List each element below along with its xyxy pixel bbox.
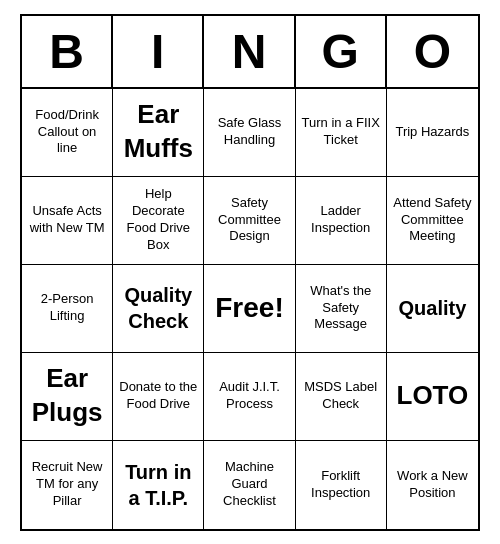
bingo-cell-7[interactable]: Safety Committee Design xyxy=(204,177,295,265)
bingo-cell-6[interactable]: Help Decorate Food Drive Box xyxy=(113,177,204,265)
bingo-cell-20[interactable]: Recruit New TM for any Pillar xyxy=(22,441,113,529)
bingo-grid: Food/Drink Callout on lineEar MuffsSafe … xyxy=(22,89,478,529)
bingo-header: BINGO xyxy=(22,16,478,89)
bingo-letter-b: B xyxy=(22,16,113,87)
bingo-cell-8[interactable]: Ladder Inspection xyxy=(296,177,387,265)
bingo-cell-3[interactable]: Turn in a FIIX Ticket xyxy=(296,89,387,177)
bingo-letter-g: G xyxy=(296,16,387,87)
bingo-letter-o: O xyxy=(387,16,478,87)
bingo-cell-22[interactable]: Machine Guard Checklist xyxy=(204,441,295,529)
bingo-cell-14[interactable]: Quality xyxy=(387,265,478,353)
bingo-cell-16[interactable]: Donate to the Food Drive xyxy=(113,353,204,441)
bingo-cell-0[interactable]: Food/Drink Callout on line xyxy=(22,89,113,177)
bingo-cell-17[interactable]: Audit J.I.T. Process xyxy=(204,353,295,441)
bingo-cell-18[interactable]: MSDS Label Check xyxy=(296,353,387,441)
bingo-cell-15[interactable]: Ear Plugs xyxy=(22,353,113,441)
bingo-cell-19[interactable]: LOTO xyxy=(387,353,478,441)
bingo-cell-10[interactable]: 2-Person Lifting xyxy=(22,265,113,353)
bingo-cell-1[interactable]: Ear Muffs xyxy=(113,89,204,177)
bingo-cell-12[interactable]: Free! xyxy=(204,265,295,353)
bingo-cell-5[interactable]: Unsafe Acts with New TM xyxy=(22,177,113,265)
bingo-cell-21[interactable]: Turn in a T.I.P. xyxy=(113,441,204,529)
bingo-cell-24[interactable]: Work a New Position xyxy=(387,441,478,529)
bingo-cell-4[interactable]: Trip Hazards xyxy=(387,89,478,177)
bingo-letter-i: I xyxy=(113,16,204,87)
bingo-cell-2[interactable]: Safe Glass Handling xyxy=(204,89,295,177)
bingo-cell-13[interactable]: What's the Safety Message xyxy=(296,265,387,353)
bingo-cell-23[interactable]: Forklift Inspection xyxy=(296,441,387,529)
bingo-cell-9[interactable]: Attend Safety Committee Meeting xyxy=(387,177,478,265)
bingo-cell-11[interactable]: Quality Check xyxy=(113,265,204,353)
bingo-card: BINGO Food/Drink Callout on lineEar Muff… xyxy=(20,14,480,531)
bingo-letter-n: N xyxy=(204,16,295,87)
